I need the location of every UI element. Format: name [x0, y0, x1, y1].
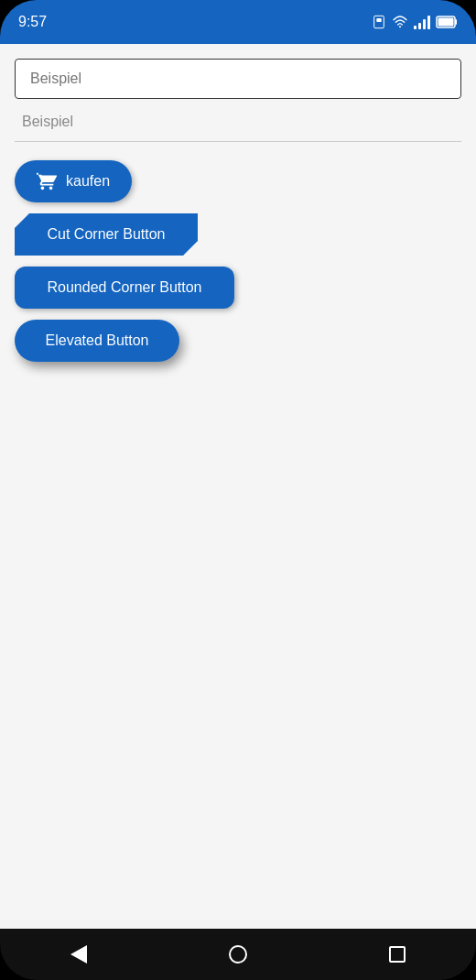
- text-input-container[interactable]: [15, 59, 461, 99]
- status-time: 9:57: [18, 14, 47, 30]
- status-bar: 9:57: [0, 0, 476, 44]
- plain-text-label: Beispiel: [15, 103, 461, 142]
- home-button[interactable]: [222, 938, 254, 971]
- cart-icon: [37, 171, 57, 191]
- kaufen-label: kaufen: [66, 173, 110, 190]
- back-button[interactable]: [63, 938, 94, 971]
- svg-rect-1: [376, 18, 381, 22]
- wifi-icon: [392, 15, 408, 29]
- beispiel-input[interactable]: [30, 71, 446, 87]
- buttons-container: kaufen Cut Corner Button Rounded Corner …: [15, 157, 461, 362]
- svg-rect-5: [438, 18, 454, 27]
- cut-corner-label: Cut Corner Button: [48, 226, 166, 242]
- elevated-label: Elevated Button: [46, 332, 149, 348]
- home-icon: [229, 945, 247, 964]
- screen: Beispiel kaufen Cut Corner Button Rounde…: [0, 44, 476, 929]
- battery-icon: [436, 16, 458, 28]
- cut-corner-button[interactable]: Cut Corner Button: [15, 213, 198, 256]
- back-icon: [70, 945, 87, 964]
- recents-icon: [389, 946, 406, 963]
- rounded-corner-button[interactable]: Rounded Corner Button: [15, 267, 234, 309]
- svg-rect-4: [455, 19, 457, 25]
- nav-bar: [0, 929, 476, 980]
- content-area: Beispiel kaufen Cut Corner Button Rounde…: [0, 44, 476, 929]
- rounded-corner-label: Rounded Corner Button: [48, 279, 202, 295]
- kaufen-button[interactable]: kaufen: [15, 160, 132, 202]
- svg-point-2: [399, 26, 401, 27]
- sim-icon: [372, 15, 386, 29]
- elevated-button[interactable]: Elevated Button: [15, 320, 179, 362]
- status-icons: [372, 15, 458, 29]
- phone-frame: 9:57: [0, 0, 476, 980]
- signal-bars-icon: [414, 15, 430, 29]
- recents-button[interactable]: [382, 939, 413, 970]
